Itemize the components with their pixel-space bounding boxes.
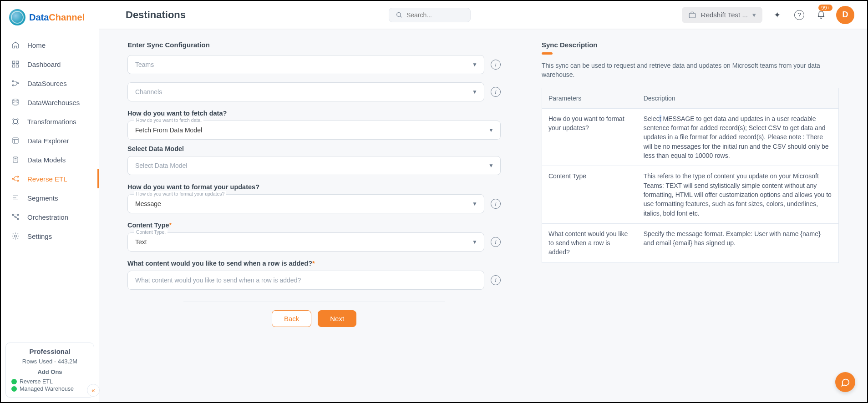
- info-icon[interactable]: i: [491, 199, 501, 209]
- svg-rect-12: [13, 138, 18, 143]
- info-icon[interactable]: i: [491, 87, 501, 97]
- chevron-down-icon: ▼: [472, 61, 477, 68]
- svg-point-9: [17, 119, 18, 120]
- float-label: How do you want to fetch data.: [134, 117, 203, 123]
- svg-point-19: [17, 214, 19, 216]
- orchestration-icon: [11, 213, 20, 221]
- sidebar: DataChannel Home Dashboard DataSources D…: [1, 1, 99, 402]
- desc-cell: Specify the message format. Example: Use…: [637, 223, 838, 262]
- logo[interactable]: DataChannel: [1, 1, 99, 31]
- float-label: How do you want to format your updates?: [134, 191, 226, 196]
- chevron-down-icon: ▼: [488, 127, 494, 133]
- sidebar-item-data-models[interactable]: Data Models: [1, 150, 99, 169]
- sidebar-item-label: Settings: [27, 232, 52, 240]
- teams-select[interactable]: Teams▼: [127, 55, 484, 74]
- sidebar-item-label: Home: [27, 41, 46, 49]
- param-cell: How do you want to format your updates?: [542, 108, 637, 166]
- sparkle-button[interactable]: ✦: [771, 8, 784, 22]
- select-model-label: Select Data Model: [127, 145, 501, 152]
- addon-line: Reverse ETL: [11, 378, 88, 385]
- sidebar-item-segments[interactable]: Segments: [1, 188, 99, 207]
- sidebar-item-datasources[interactable]: DataSources: [1, 74, 99, 93]
- content-send-label: What content would you like to send when…: [127, 260, 501, 267]
- check-icon: [11, 379, 17, 384]
- workspace-name: Redshift Test ...: [701, 11, 748, 19]
- chat-icon: [840, 377, 850, 387]
- sidebar-item-label: Data Models: [27, 156, 66, 164]
- table-row: Content Type This refers to the type of …: [542, 166, 839, 223]
- next-button[interactable]: Next: [318, 310, 356, 327]
- param-cell: What content would you like to send when…: [542, 223, 637, 262]
- reverse-etl-icon: [11, 175, 20, 183]
- sidebar-item-data-explorer[interactable]: Data Explorer: [1, 131, 99, 150]
- search-input[interactable]: [406, 11, 486, 19]
- sidebar-item-settings[interactable]: Settings: [1, 227, 99, 246]
- sidebar-item-label: Data Explorer: [27, 137, 69, 145]
- chat-fab[interactable]: [835, 372, 855, 392]
- svg-point-22: [397, 12, 401, 16]
- divider: [183, 302, 445, 302]
- svg-rect-3: [16, 65, 19, 67]
- accent-bar: [542, 52, 553, 55]
- info-icon[interactable]: i: [491, 60, 501, 70]
- svg-point-11: [17, 123, 18, 124]
- help-button[interactable]: ?: [792, 8, 806, 22]
- fetch-data-select[interactable]: How do you want to fetch data. Fetch Fro…: [127, 121, 501, 140]
- content-type-select[interactable]: Content Type. Text ▼: [127, 232, 484, 252]
- svg-point-17: [12, 214, 14, 216]
- sidebar-item-label: Transformations: [27, 118, 76, 126]
- back-button[interactable]: Back: [272, 310, 311, 327]
- sidebar-item-dashboard[interactable]: Dashboard: [1, 55, 99, 74]
- format-updates-select[interactable]: How do you want to format your updates? …: [127, 194, 484, 213]
- plan-rows-used: Rows Used - 443.2M: [11, 358, 88, 365]
- notifications-button[interactable]: 99+: [814, 8, 828, 22]
- table-row: How do you want to format your updates? …: [542, 108, 839, 166]
- notification-badge: 99+: [818, 5, 832, 11]
- float-label: Content Type.: [134, 229, 168, 235]
- select-model-select[interactable]: Select Data Model▼: [127, 156, 501, 175]
- parameters-table: Parameters Description How do you want t…: [542, 88, 839, 263]
- check-icon: [11, 386, 17, 392]
- gear-icon: [11, 232, 20, 240]
- sync-desc-title: Sync Description: [542, 41, 839, 49]
- form-section-title: Enter Sync Configuration: [127, 41, 501, 49]
- help-icon: ?: [794, 10, 804, 20]
- svg-point-4: [12, 81, 14, 82]
- info-icon[interactable]: i: [491, 275, 501, 285]
- search-icon: [396, 11, 403, 19]
- sidebar-item-reverse-etl[interactable]: Reverse ETL: [1, 169, 99, 188]
- svg-point-18: [15, 217, 16, 218]
- sidebar-item-label: DataWarehouses: [27, 99, 80, 106]
- chevron-down-icon: ▼: [472, 89, 477, 95]
- plan-title: Professional: [11, 348, 88, 355]
- desc-cell: This refers to the type of content you u…: [637, 166, 838, 223]
- svg-point-21: [15, 235, 17, 237]
- svg-rect-2: [12, 65, 15, 67]
- models-icon: [11, 156, 20, 164]
- sidebar-item-transformations[interactable]: Transformations: [1, 112, 99, 131]
- sidebar-item-label: DataSources: [27, 80, 67, 87]
- sidebar-item-orchestration[interactable]: Orchestration: [1, 207, 99, 227]
- dashboard-icon: [11, 60, 20, 68]
- briefcase-icon: [688, 11, 696, 19]
- svg-point-7: [13, 99, 18, 101]
- search-box[interactable]: [389, 8, 471, 22]
- workspace-selector[interactable]: Redshift Test ... ▾: [682, 7, 762, 23]
- plan-card: Professional Rows Used - 443.2M Add Ons …: [5, 343, 94, 398]
- chevron-down-icon: ▼: [472, 239, 477, 245]
- content-send-input[interactable]: [127, 271, 484, 290]
- chevron-down-icon: ▾: [752, 11, 756, 19]
- topbar: Destinations Redshift Test ... ▾ ✦ ? 99+…: [99, 1, 867, 29]
- info-icon[interactable]: i: [491, 237, 501, 247]
- sidebar-collapse-toggle[interactable]: «: [87, 384, 100, 397]
- svg-rect-23: [689, 13, 695, 18]
- bell-icon: [817, 10, 826, 20]
- addon-label: Reverse ETL: [20, 378, 53, 385]
- avatar[interactable]: D: [836, 6, 854, 24]
- sidebar-item-home[interactable]: Home: [1, 35, 99, 55]
- sidebar-item-label: Orchestration: [27, 213, 68, 221]
- home-icon: [11, 41, 20, 49]
- sidebar-item-datawarehouses[interactable]: DataWarehouses: [1, 93, 99, 112]
- svg-point-5: [12, 85, 14, 86]
- channels-select[interactable]: Channels▼: [127, 82, 484, 101]
